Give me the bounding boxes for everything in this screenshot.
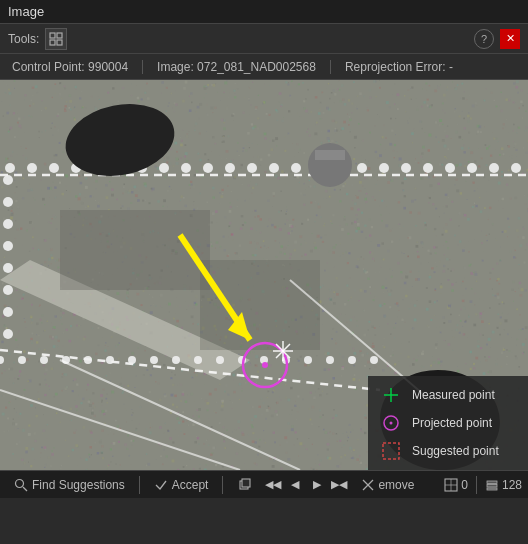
svg-line-10 bbox=[23, 487, 27, 491]
nav-prev-button[interactable]: ◀ bbox=[285, 475, 305, 495]
legend-suggested: Suggested point bbox=[380, 440, 516, 462]
number-count: 128 bbox=[502, 478, 522, 492]
layers-icon bbox=[485, 478, 499, 492]
nav-controls: ◀◀ ◀ ▶ ▶◀ bbox=[263, 475, 349, 495]
svg-rect-18 bbox=[487, 481, 497, 484]
window-title: Image bbox=[8, 4, 44, 19]
projected-label: Projected point bbox=[412, 416, 492, 430]
toolbar-left: Tools: bbox=[8, 28, 67, 50]
reprojection-error-info: Reprojection Error: - bbox=[345, 60, 467, 74]
svg-rect-3 bbox=[57, 40, 62, 45]
projected-icon bbox=[380, 412, 402, 434]
copy-button[interactable] bbox=[229, 474, 259, 496]
accept-icon bbox=[154, 478, 168, 492]
svg-point-9 bbox=[16, 479, 24, 487]
toolbar: Tools: ? ✕ bbox=[0, 24, 528, 54]
svg-rect-20 bbox=[487, 488, 497, 490]
close-button[interactable]: ✕ bbox=[500, 29, 520, 49]
control-point-info: Control Point: 990004 bbox=[12, 60, 143, 74]
layers-icon-btn: 128 bbox=[485, 478, 522, 492]
svg-rect-19 bbox=[487, 484, 497, 487]
nav-first-button[interactable]: ◀◀ bbox=[263, 475, 283, 495]
svg-rect-0 bbox=[50, 33, 55, 38]
help-button[interactable]: ? bbox=[474, 29, 494, 49]
image-area[interactable]: Measured point Projected point Suggested… bbox=[0, 80, 528, 470]
remove-icon bbox=[361, 478, 375, 492]
find-suggestions-button[interactable]: Find Suggestions bbox=[6, 474, 133, 496]
legend-panel: Measured point Projected point Suggested… bbox=[368, 376, 528, 470]
toolbar-right: ? ✕ bbox=[474, 29, 520, 49]
copy-icon bbox=[237, 478, 251, 492]
measured-icon bbox=[380, 384, 402, 406]
title-bar: Image bbox=[0, 0, 528, 24]
legend-measured: Measured point bbox=[380, 384, 516, 406]
measured-label: Measured point bbox=[412, 388, 495, 402]
status-bar: Find Suggestions Accept ◀◀ ◀ ▶ ▶◀ emove bbox=[0, 470, 528, 498]
tools-label: Tools: bbox=[8, 32, 39, 46]
divider-2 bbox=[222, 476, 223, 494]
legend-projected: Projected point bbox=[380, 412, 516, 434]
svg-rect-8 bbox=[383, 443, 399, 459]
nav-last-button[interactable]: ▶◀ bbox=[329, 475, 349, 495]
frame-icon-btn: 0 bbox=[444, 478, 468, 492]
nav-next-button[interactable]: ▶ bbox=[307, 475, 327, 495]
remove-button[interactable]: emove bbox=[353, 474, 422, 496]
suggested-label: Suggested point bbox=[412, 444, 499, 458]
image-info: Image: 072_081_NAD002568 bbox=[157, 60, 331, 74]
search-icon bbox=[14, 478, 28, 492]
tool-select-button[interactable] bbox=[45, 28, 67, 50]
zero-count: 0 bbox=[461, 478, 468, 492]
svg-rect-2 bbox=[50, 40, 55, 45]
status-right: 0 128 bbox=[444, 476, 522, 494]
svg-rect-12 bbox=[242, 479, 250, 487]
divider-r1 bbox=[476, 476, 477, 494]
accept-button[interactable]: Accept bbox=[146, 474, 217, 496]
svg-point-7 bbox=[390, 422, 393, 425]
suggested-icon bbox=[380, 440, 402, 462]
frame-icon bbox=[444, 478, 458, 492]
svg-rect-1 bbox=[57, 33, 62, 38]
info-bar: Control Point: 990004 Image: 072_081_NAD… bbox=[0, 54, 528, 80]
divider-1 bbox=[139, 476, 140, 494]
